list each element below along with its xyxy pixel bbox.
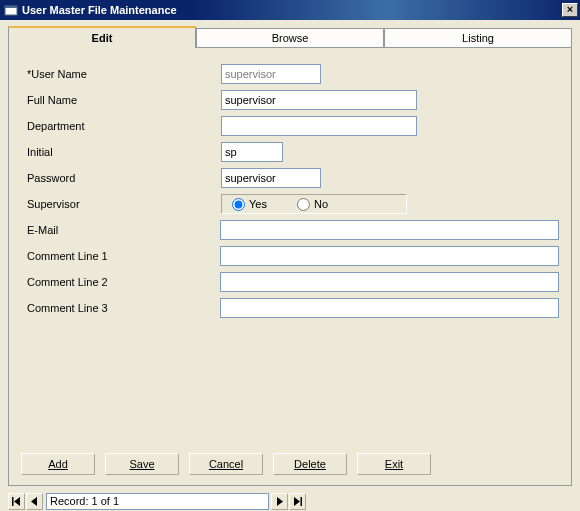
next-icon <box>275 497 284 506</box>
supervisor-radio-group: Yes No <box>221 194 407 214</box>
supervisor-yes-label: Yes <box>249 198 267 210</box>
email-label: E-Mail <box>21 224 220 236</box>
close-button[interactable]: × <box>562 3 578 17</box>
tab-edit[interactable]: Edit <box>8 26 196 48</box>
record-status: Record: 1 of 1 <box>46 493 269 510</box>
nav-prev-button[interactable] <box>26 493 43 510</box>
svg-marker-4 <box>31 497 37 506</box>
supervisor-no-input[interactable] <box>297 198 310 211</box>
last-icon <box>293 497 302 506</box>
initial-label: Initial <box>21 146 221 158</box>
supervisor-label: Supervisor <box>21 198 221 210</box>
user-name-label: *User Name <box>21 68 221 80</box>
comment3-label: Comment Line 3 <box>21 302 220 314</box>
comment1-label: Comment Line 1 <box>21 250 220 262</box>
svg-marker-3 <box>14 497 20 506</box>
nav-next-button[interactable] <box>271 493 288 510</box>
nav-first-button[interactable] <box>8 493 25 510</box>
user-name-field[interactable] <box>221 64 321 84</box>
add-button-label: Add <box>48 458 68 470</box>
comment2-field[interactable] <box>220 272 559 292</box>
department-field[interactable] <box>221 116 417 136</box>
department-label: Department <box>21 120 221 132</box>
password-field[interactable] <box>221 168 321 188</box>
window-title: User Master File Maintenance <box>22 4 562 16</box>
cancel-button-label: Cancel <box>209 458 243 470</box>
add-button[interactable]: Add <box>21 453 95 475</box>
supervisor-no-label: No <box>314 198 328 210</box>
svg-rect-2 <box>12 497 14 506</box>
cancel-button[interactable]: Cancel <box>189 453 263 475</box>
prev-icon <box>30 497 39 506</box>
supervisor-yes-radio[interactable]: Yes <box>232 198 267 211</box>
delete-button[interactable]: Delete <box>273 453 347 475</box>
title-bar: User Master File Maintenance × <box>0 0 580 20</box>
tab-browse[interactable]: Browse <box>196 28 384 48</box>
svg-marker-5 <box>277 497 283 506</box>
save-button-label: Save <box>129 458 154 470</box>
full-name-label: Full Name <box>21 94 221 106</box>
tab-listing[interactable]: Listing <box>384 28 572 48</box>
comment3-field[interactable] <box>220 298 559 318</box>
exit-button[interactable]: Exit <box>357 453 431 475</box>
tabs-row: Edit Browse Listing <box>8 26 572 48</box>
svg-rect-1 <box>5 6 17 8</box>
buttons-row: Add Save Cancel Delete Exit <box>21 453 431 475</box>
delete-button-label: Delete <box>294 458 326 470</box>
comment2-label: Comment Line 2 <box>21 276 220 288</box>
exit-button-label: Exit <box>385 458 403 470</box>
first-icon <box>12 497 21 506</box>
full-name-field[interactable] <box>221 90 417 110</box>
svg-rect-7 <box>301 497 303 506</box>
comment1-field[interactable] <box>220 246 559 266</box>
supervisor-yes-input[interactable] <box>232 198 245 211</box>
save-button[interactable]: Save <box>105 453 179 475</box>
edit-panel: *User Name Full Name Department Initial … <box>8 48 572 486</box>
record-navigator: Record: 1 of 1 <box>8 492 572 510</box>
password-label: Password <box>21 172 221 184</box>
window-body: Edit Browse Listing *User Name Full Name… <box>0 20 580 511</box>
window-icon <box>4 3 18 17</box>
initial-field[interactable] <box>221 142 283 162</box>
nav-last-button[interactable] <box>289 493 306 510</box>
svg-marker-6 <box>294 497 300 506</box>
supervisor-no-radio[interactable]: No <box>297 198 328 211</box>
email-field[interactable] <box>220 220 559 240</box>
